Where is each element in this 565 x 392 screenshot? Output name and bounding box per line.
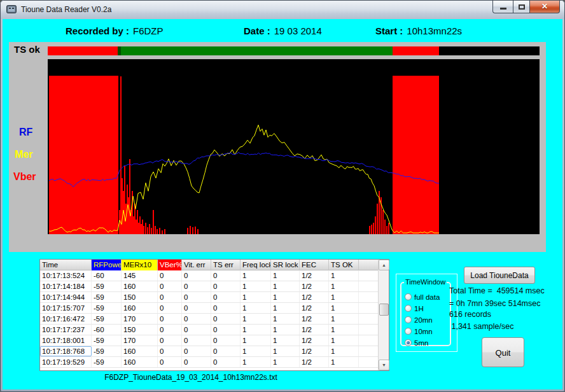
column-header-vber-[interactable]: VBer% [158, 260, 182, 270]
table-cell: 0 [211, 346, 241, 356]
column-header-rfpower[interactable]: RFPower [92, 260, 122, 270]
radio-5mn[interactable]: 5mn [405, 337, 428, 346]
radio-label: 1H [414, 305, 424, 312]
table-row[interactable]: 10:17:13:524-60145000111/21 [40, 270, 378, 281]
time-window-label: TimeWindow [404, 278, 447, 286]
chart-svg [48, 59, 540, 234]
radio-button-icon[interactable] [405, 316, 412, 323]
table-cell: 1 [241, 325, 271, 335]
table-row[interactable]: 10:17:17:237-60150000111/21 [40, 325, 378, 335]
table-cell: 1/2 [300, 346, 329, 356]
scroll-down-button[interactable]: ▼ [379, 360, 389, 370]
table-cell: 1 [241, 270, 271, 281]
table-cell: 160 [122, 303, 158, 313]
table-row[interactable]: 10:17:14:184-59160000111/21 [40, 281, 378, 292]
app-icon [6, 5, 17, 14]
radio-10mn[interactable]: 10mn [405, 325, 433, 334]
table-row[interactable]: 10:17:14:944-59150000111/21 [40, 292, 378, 303]
table-row[interactable]: 10:17:15:707-59160000111/21 [40, 303, 378, 314]
table-row[interactable]: 10:17:16:472-59170000111/21 [40, 314, 378, 325]
table-row[interactable]: 10:17:18:001-59170000111/21 [40, 335, 378, 346]
info-line: = 0h 7mn 39sec 514msec [449, 299, 541, 308]
title-bar[interactable]: Tioune Data Reader V0.2a ✕ [1, 1, 564, 19]
table-cell: 145 [122, 270, 158, 281]
column-header-ts-ok[interactable]: TS OK [329, 260, 359, 270]
table-cell: 1 [271, 325, 300, 335]
scrollbar-thumb[interactable] [379, 304, 389, 316]
info-line: Total Time = 459514 msec [449, 286, 545, 295]
table-row[interactable]: 10:17:18:768-59160000111/21 [40, 346, 378, 357]
table-cell: 1/2 [300, 325, 329, 335]
radio-label: full data [414, 293, 440, 301]
maximize-button[interactable] [513, 1, 529, 13]
minimize-button[interactable] [492, 1, 513, 13]
column-header-freq-lock[interactable]: Freq lock [241, 260, 271, 270]
info-line: 1,341 sample/sec [449, 322, 513, 331]
table-row[interactable]: 10:17:19:529-59160000111/21 [40, 357, 378, 368]
table-cell: 0 [211, 281, 241, 291]
radio-button-icon[interactable] [405, 293, 412, 300]
table-cell: 0 [158, 325, 182, 335]
ts-bar-segment [121, 46, 393, 55]
data-table: TimeRFPowerMERx10VBer%Vit. errTS errFreq… [39, 259, 389, 371]
recorded-by: Recorded by :F6DZP [66, 25, 164, 36]
table-cell: -59 [92, 335, 122, 346]
table-cell: 0 [182, 346, 211, 356]
column-header-merx10[interactable]: MERx10 [122, 260, 158, 270]
scroll-up-button[interactable]: ▲ [379, 260, 389, 270]
column-header-sr-lock[interactable]: SR lock [271, 260, 300, 270]
radio-20mn[interactable]: 20mn [405, 314, 433, 323]
table-cell: 0 [211, 270, 241, 281]
signal-loss-block [393, 76, 439, 234]
table-cell: 1 [329, 314, 359, 324]
table-cell: 160 [122, 281, 158, 291]
mer-trace-label: Mer [15, 149, 32, 160]
table-cell: 1 [241, 357, 271, 367]
loaded-filename: F6DZP_TiouneData_19_03_2014_10h13mn22s.t… [32, 373, 350, 382]
table-cell: 1 [271, 270, 300, 281]
chart-panel: TS ok RF Mer Vber [9, 42, 546, 252]
close-button[interactable]: ✕ [529, 1, 560, 13]
quit-button[interactable]: Quit [482, 337, 524, 367]
ts-ok-label: TS ok [14, 44, 40, 55]
table-cell: 10:17:18:001 [40, 335, 92, 346]
radio-button-icon[interactable] [405, 328, 412, 335]
table-scrollbar[interactable]: ▲ ▼ [378, 260, 389, 370]
column-header-time[interactable]: Time [40, 260, 92, 270]
table-cell: 1 [271, 281, 300, 291]
recorded-by-label: Recorded by : [66, 25, 129, 36]
radio-button-icon[interactable] [405, 305, 412, 312]
table-cell: 10:17:13:524 [40, 270, 92, 281]
app-window: Tioune Data Reader V0.2a ✕ Recorded by :… [0, 0, 565, 392]
table-cell: 0 [182, 303, 211, 313]
maximize-icon [519, 4, 525, 10]
window-title: Tioune Data Reader V0.2a [21, 5, 111, 14]
table-cell: 1/2 [300, 303, 329, 313]
load-tiounedata-button[interactable]: Load TiouneData [464, 267, 535, 284]
rf-trace-label: RF [19, 127, 32, 138]
table-cell: 1 [329, 303, 359, 313]
table-cell: 0 [182, 335, 211, 346]
ts-bar-segment [48, 46, 118, 55]
column-header-vit-err[interactable]: Vit. err [182, 260, 211, 270]
table-cell: 1 [329, 357, 359, 367]
radio-button-icon[interactable] [405, 339, 412, 346]
time-window-panel: TimeWindow full data1H20mn10mn5mn [396, 274, 457, 352]
table-header-row: TimeRFPowerMERx10VBer%Vit. errTS errFreq… [40, 260, 378, 270]
table-cell: 0 [211, 292, 241, 302]
table-cell: -59 [92, 292, 122, 302]
column-header-fec[interactable]: FEC [300, 260, 329, 270]
table-cell: -60 [92, 270, 122, 281]
radio-1H[interactable]: 1H [405, 302, 424, 311]
table-cell: 1 [329, 346, 359, 356]
radio-full-data[interactable]: full data [405, 291, 440, 300]
table-cell: 1 [241, 346, 271, 356]
column-header-ts-err[interactable]: TS err [211, 260, 241, 270]
table-cell: 0 [182, 314, 211, 324]
info-line: 616 records [449, 310, 491, 319]
table-cell: 1 [271, 346, 300, 356]
close-icon: ✕ [530, 2, 559, 11]
table-cell: 1 [271, 292, 300, 302]
table-cell: -59 [92, 281, 122, 291]
start-value: 10h13mn22s [407, 25, 462, 36]
